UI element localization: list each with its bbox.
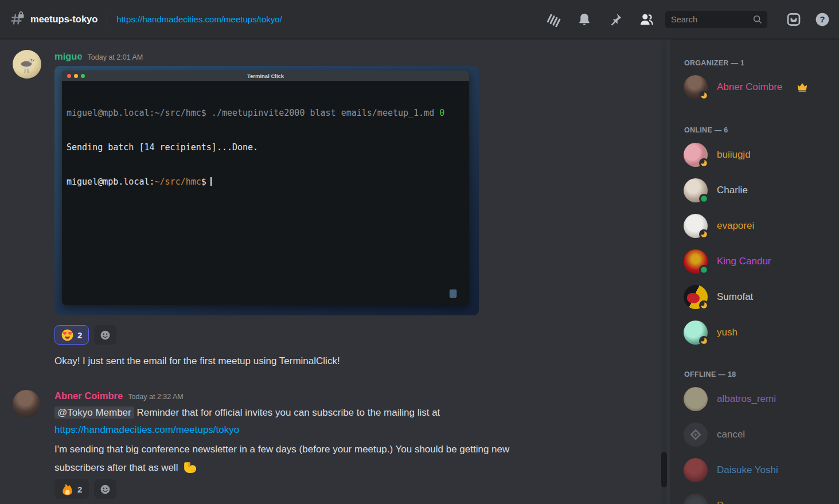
avatar (684, 423, 708, 447)
search-box (665, 11, 767, 28)
member-name: evaporei (717, 220, 754, 232)
message-timestamp: Today at 2:32 AM (128, 393, 184, 401)
channel-header: meetups-tokyo https://handmadecities.com… (0, 0, 839, 39)
pin-icon[interactable] (608, 12, 623, 27)
mailing-list-link[interactable]: https://handmadecities.com/meetups/tokyo (54, 424, 239, 435)
status-idle-icon (699, 91, 709, 100)
member-row-king-candur[interactable]: King Candur (670, 249, 839, 274)
reaction-fire[interactable]: 2 (54, 479, 89, 499)
add-reaction-button[interactable] (94, 325, 116, 345)
add-reaction-icon (99, 483, 111, 495)
avatar (684, 178, 708, 202)
heart-eyes-emoji-icon (61, 329, 73, 341)
member-name: Sumofat (717, 291, 753, 303)
flex-emoji-icon (183, 460, 198, 475)
reaction-heart-eyes[interactable]: 2 (54, 325, 89, 345)
inbox-icon[interactable] (786, 12, 801, 27)
discord-app: meetups-tokyo https://handmadecities.com… (0, 0, 839, 504)
member-name: Charlie (717, 185, 748, 196)
message-line: subscribers after that as well (54, 462, 178, 473)
owner-crown-icon (797, 81, 808, 93)
member-section-online: ONLINE — 6 (684, 126, 728, 134)
notifications-bell-icon[interactable] (577, 12, 592, 27)
avatar (684, 458, 708, 482)
avatar-migue[interactable] (13, 50, 41, 79)
member-row-albatros-remi[interactable]: albatros_remi (670, 387, 839, 411)
terminal-body: miguel@mpb.local:~/src/hmc$ ./meetupinvi… (62, 81, 469, 305)
avatar (684, 321, 708, 345)
member-name: buiiugjd (717, 149, 751, 161)
status-idle-icon (699, 158, 709, 168)
reactions-row: 2 (54, 325, 116, 345)
reaction-count: 2 (77, 485, 82, 494)
help-icon[interactable]: ? (815, 12, 830, 27)
status-idle-icon (699, 336, 709, 346)
chat-scrollbar-thumb[interactable] (661, 452, 667, 487)
status-idle-icon (699, 300, 709, 310)
diamond-logo-icon (688, 427, 703, 442)
avatar (684, 75, 708, 99)
message-text: Okay! I just sent the email for the firs… (54, 354, 340, 368)
message-author[interactable]: migue (54, 51, 83, 62)
channel-name: meetups-tokyo (30, 14, 97, 25)
member-name: cancel (717, 429, 745, 440)
avatar (684, 143, 708, 167)
member-row-yush[interactable]: yush (670, 321, 839, 345)
terminal-prompt-path: ~/src/hmc (155, 177, 201, 187)
terminal-line-command: miguel@mpb.local:~/src/hmc$ ./meetupinvi… (67, 108, 434, 118)
status-idle-icon (699, 229, 709, 239)
fire-emoji-icon (61, 483, 73, 495)
message-text: subscribers after that as well (54, 460, 198, 475)
member-name: Abner Coimbre (717, 81, 782, 93)
channel-topic-link[interactable]: https://handmadecities.com/meetups/tokyo… (116, 14, 282, 24)
member-list-icon[interactable] (639, 12, 654, 27)
add-reaction-icon (99, 329, 111, 341)
message-text: @Tokyo Member Reminder that for official… (54, 406, 440, 420)
search-icon (752, 14, 763, 25)
terminal-prompt-symbol: $ (201, 177, 206, 187)
terminal-titlebar: Terminal Click (62, 71, 469, 81)
avatar (684, 494, 708, 504)
message-line: Reminder that for official invites you c… (136, 407, 440, 418)
member-section-organizer: ORGANIZER — 1 (684, 59, 744, 67)
member-row-partial[interactable]: D (670, 494, 839, 504)
svg-text:?: ? (820, 14, 825, 24)
chat-scrollbar-track (661, 41, 667, 504)
terminal-exit-status: 0 (439, 108, 444, 118)
avatar-abner-coimbre[interactable] (13, 390, 40, 417)
member-row-abner-coimbre[interactable]: Abner Coimbre (670, 75, 839, 99)
member-row-cancel[interactable]: cancel (670, 423, 839, 447)
message-timestamp: Today at 2:01 AM (88, 53, 143, 61)
member-row-sumofat[interactable]: Sumofat (670, 285, 839, 309)
search-input[interactable] (665, 15, 746, 24)
status-online-icon (699, 265, 709, 275)
terminal-screenshot-attachment[interactable]: Terminal Click miguel@mpb.local:~/src/hm… (54, 66, 479, 315)
member-row-daisuke-yoshi[interactable]: Daisuke Yoshi (670, 458, 839, 482)
reaction-count: 2 (77, 330, 82, 340)
terminal-cursor (210, 177, 212, 186)
member-section-offline: OFFLINE — 18 (684, 370, 736, 378)
reactions-row: 2 (54, 479, 116, 499)
avatar (684, 285, 708, 309)
threads-icon[interactable] (546, 12, 561, 27)
add-reaction-button[interactable] (94, 479, 116, 499)
message-author[interactable]: Abner Coimbre (54, 390, 123, 401)
role-mention[interactable]: @Tokyo Member (54, 407, 134, 419)
member-list-sidebar: ORGANIZER — 1 Abner Coimbre ONLINE — 6 b… (670, 39, 839, 504)
terminal-window: Terminal Click miguel@mpb.local:~/src/hm… (62, 71, 469, 305)
member-row-charlie[interactable]: Charlie (670, 178, 839, 202)
message-text: I'm sending that big conference newslett… (54, 443, 509, 456)
member-row-buiiugjd[interactable]: buiiugjd (670, 143, 839, 167)
member-name: Daisuke Yoshi (717, 464, 778, 476)
message-header: migue Today at 2:01 AM (54, 51, 143, 62)
channel-hash-lock-icon (9, 11, 25, 27)
status-online-icon (699, 194, 709, 204)
avatar (684, 214, 708, 238)
terminal-prompt-user: miguel@mpb.local: (67, 177, 155, 187)
header-divider (107, 13, 107, 26)
terminal-title: Terminal Click (62, 73, 469, 79)
member-name: D (717, 500, 724, 504)
message-text: https://handmadecities.com/meetups/tokyo (54, 423, 239, 437)
avatar (684, 387, 708, 411)
member-row-evaporei[interactable]: evaporei (670, 214, 839, 238)
